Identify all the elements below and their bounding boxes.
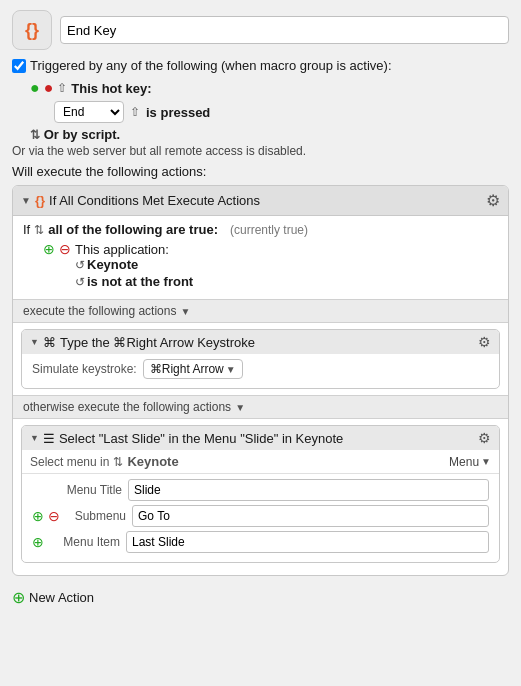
select-menu-in-label: Select menu in (30, 455, 109, 469)
key-combo-value: ⌘Right Arrow (150, 362, 224, 376)
not-at-front-row: ↺ is not at the front (75, 274, 498, 289)
hotkey-remove-icon[interactable]: ● (44, 79, 54, 97)
keystroke-action-header: ▼ ⌘ Type the ⌘Right Arrow Keystroke ⚙ (22, 330, 499, 354)
keystroke-collapse-icon[interactable]: ▼ (30, 337, 39, 347)
otherwise-dropdown-icon[interactable]: ▼ (235, 402, 245, 413)
if-all-conditions-header: ▼ {} If All Conditions Met Execute Actio… (13, 186, 508, 216)
if-all-conditions-header-left: ▼ {} If All Conditions Met Execute Actio… (21, 193, 260, 208)
new-action-row: ⊕ New Action (12, 584, 509, 611)
key-select[interactable]: End (54, 101, 124, 123)
keystroke-gear-icon[interactable]: ⚙ (478, 334, 491, 350)
currently-true-label: (currently true) (230, 223, 308, 237)
menu-item-add-icon[interactable]: ⊕ (32, 534, 44, 550)
if-block-inner: If ⇅ all of the following are true: (cur… (13, 216, 508, 299)
or-script-label: ⇅ Or by script. (30, 127, 509, 142)
menu-dropdown-icon[interactable]: ▼ (481, 456, 491, 467)
menu-select-header-left: ▼ ☰ Select "Last Slide" in the Menu "Sli… (30, 431, 343, 446)
shift-icon2: ⇧ (130, 105, 140, 119)
trigger-checkbox[interactable] (12, 59, 26, 73)
keynote-label-row: ↺ Keynote (75, 257, 498, 272)
app-condition-row: ⊕ ⊖ This application: (43, 241, 498, 257)
app-condition: ⊕ ⊖ This application: ↺ Keynote ↺ is not… (43, 241, 498, 289)
menu-icon: ☰ (43, 431, 55, 446)
simulate-label: Simulate keystroke: (32, 362, 137, 376)
app-label: This application: (75, 242, 169, 257)
menu-right[interactable]: Menu ▼ (449, 455, 491, 469)
execute-label-bar: execute the following actions ▼ (13, 299, 508, 323)
main-container: {} Triggered by any of the following (wh… (0, 0, 521, 621)
select-menu-in-row: Select menu in ⇅ Keynote Menu ▼ (22, 450, 499, 474)
or-via-label: Or via the web server but all remote acc… (12, 144, 509, 158)
simulate-keystroke-row: Simulate keystroke: ⌘Right Arrow ▼ (32, 359, 489, 379)
keystroke-action-label: Type the ⌘Right Arrow Keystroke (60, 335, 255, 350)
execute-label-text: execute the following actions (23, 304, 176, 318)
keystroke-action-body: Simulate keystroke: ⌘Right Arrow ▼ (22, 354, 499, 388)
menu-item-input[interactable] (126, 531, 489, 553)
menu-select-action-header: ▼ ☰ Select "Last Slide" in the Menu "Sli… (22, 426, 499, 450)
if-all-conditions-label: If All Conditions Met Execute Actions (49, 193, 260, 208)
keynote-app-name: Keynote (87, 257, 138, 272)
hotkey-add-icon[interactable]: ● (30, 79, 40, 97)
hotkey-line: ● ● ⇧ This hot key: (30, 79, 509, 97)
trigger-label: Triggered by any of the following (when … (30, 58, 392, 73)
keystroke-action-block: ▼ ⌘ Type the ⌘Right Arrow Keystroke ⚙ Si… (21, 329, 500, 389)
if-all-conditions-block: ▼ {} If All Conditions Met Execute Actio… (12, 185, 509, 576)
app-icon: {} (12, 10, 52, 50)
title-input[interactable] (60, 16, 509, 44)
hotkey-section-label: This hot key: (71, 81, 151, 96)
hotkey-section: ● ● ⇧ This hot key: End ⇧ is pressed (30, 79, 509, 123)
menu-title-input[interactable] (128, 479, 489, 501)
app-add-icon[interactable]: ⊕ (43, 241, 55, 257)
otherwise-label-text: otherwise execute the following actions (23, 400, 231, 414)
all-following-label: all of the following are true: (48, 222, 218, 237)
if-block-icon: {} (35, 193, 45, 208)
menu-item-label: Menu Item (50, 535, 120, 549)
if-label: If (23, 222, 30, 237)
app-remove-icon[interactable]: ⊖ (59, 241, 71, 257)
trigger-row: Triggered by any of the following (when … (12, 58, 509, 73)
key-combo-dropdown[interactable]: ▼ (226, 364, 236, 375)
menu-app-name: Keynote (127, 454, 178, 469)
will-execute-label: Will execute the following actions: (12, 164, 509, 179)
menu-select-action-block: ▼ ☰ Select "Last Slide" in the Menu "Sli… (21, 425, 500, 563)
menu-item-row: ⊕ Menu Item (32, 531, 489, 553)
submenu-controls: ⊕ ⊖ (32, 508, 60, 524)
select-menu-left: Select menu in ⇅ Keynote (30, 454, 179, 469)
menu-select-gear-icon[interactable]: ⚙ (478, 430, 491, 446)
menu-select-body: Menu Title ⊕ ⊖ Submenu ⊕ Menu Item (22, 474, 499, 562)
hotkey-input-row: End ⇧ is pressed (54, 101, 509, 123)
shift-icon: ⇧ (57, 81, 67, 95)
is-pressed-label: is pressed (146, 105, 210, 120)
execute-dropdown-icon[interactable]: ▼ (180, 306, 190, 317)
otherwise-label-bar: otherwise execute the following actions … (13, 395, 508, 419)
submenu-add-icon[interactable]: ⊕ (32, 508, 44, 524)
collapse-icon[interactable]: ▼ (21, 195, 31, 206)
menu-title-label: Menu Title (32, 483, 122, 497)
menu-title-row: Menu Title (32, 479, 489, 501)
submenu-row: ⊕ ⊖ Submenu (32, 505, 489, 527)
menu-select-collapse-icon[interactable]: ▼ (30, 433, 39, 443)
submenu-remove-icon[interactable]: ⊖ (48, 508, 60, 524)
not-at-front-label: is not at the front (87, 274, 193, 289)
new-action-label[interactable]: New Action (29, 590, 94, 605)
menu-select-action-label: Select "Last Slide" in the Menu "Slide" … (59, 431, 343, 446)
submenu-input[interactable] (132, 505, 489, 527)
submenu-label: Submenu (66, 509, 126, 523)
new-action-icon[interactable]: ⊕ (12, 588, 25, 607)
if-line: If ⇅ all of the following are true: (cur… (23, 222, 498, 237)
keystroke-action-header-left: ▼ ⌘ Type the ⌘Right Arrow Keystroke (30, 335, 255, 350)
if-block-gear-icon[interactable]: ⚙ (486, 191, 500, 210)
header-row: {} (12, 10, 509, 50)
keystroke-icon: ⌘ (43, 335, 56, 350)
key-combo-display[interactable]: ⌘Right Arrow ▼ (143, 359, 243, 379)
